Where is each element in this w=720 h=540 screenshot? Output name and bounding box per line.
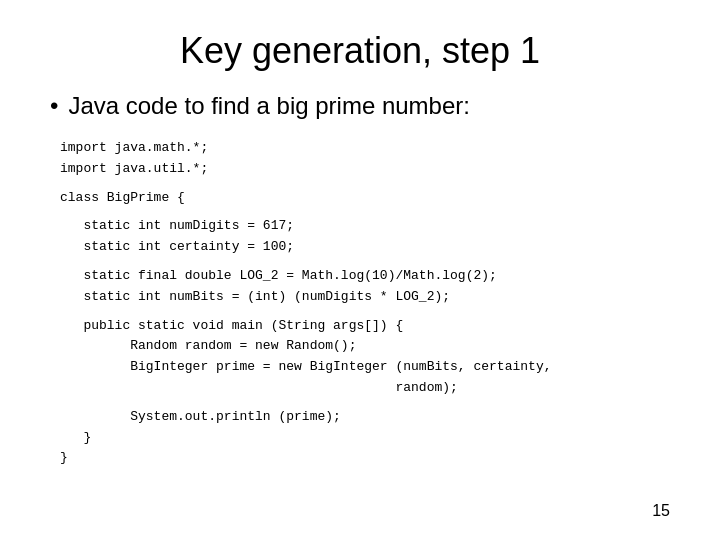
bullet-text: Java code to find a big prime number:: [68, 92, 470, 120]
page-number: 15: [652, 502, 670, 520]
static-line-3: static final double LOG_2 = Math.log(10)…: [60, 266, 670, 287]
spacer-2: [60, 208, 670, 216]
static-line-1: static int numDigits = 617;: [60, 216, 670, 237]
main-line-3: BigInteger prime = new BigInteger (numBi…: [60, 357, 670, 378]
spacer-3: [60, 258, 670, 266]
spacer-5: [60, 399, 670, 407]
slide: Key generation, step 1 • Java code to fi…: [0, 0, 720, 540]
main-line-5: System.out.println (prime);: [60, 407, 670, 428]
code-block: import java.math.*; import java.util.*; …: [60, 138, 670, 469]
spacer-4: [60, 308, 670, 316]
import-line-2: import java.util.*;: [60, 159, 670, 180]
import-line-1: import java.math.*;: [60, 138, 670, 159]
main-line-1: public static void main (String args[]) …: [60, 316, 670, 337]
main-line-7: }: [60, 448, 670, 469]
bullet-symbol: •: [50, 92, 58, 120]
class-decl: class BigPrime {: [60, 188, 670, 209]
main-line-6: }: [60, 428, 670, 449]
bullet-point: • Java code to find a big prime number:: [50, 92, 670, 120]
main-line-2: Random random = new Random();: [60, 336, 670, 357]
main-line-4: random);: [60, 378, 670, 399]
slide-title: Key generation, step 1: [50, 30, 670, 72]
static-line-2: static int certainty = 100;: [60, 237, 670, 258]
spacer-1: [60, 180, 670, 188]
static-line-4: static int numBits = (int) (numDigits * …: [60, 287, 670, 308]
